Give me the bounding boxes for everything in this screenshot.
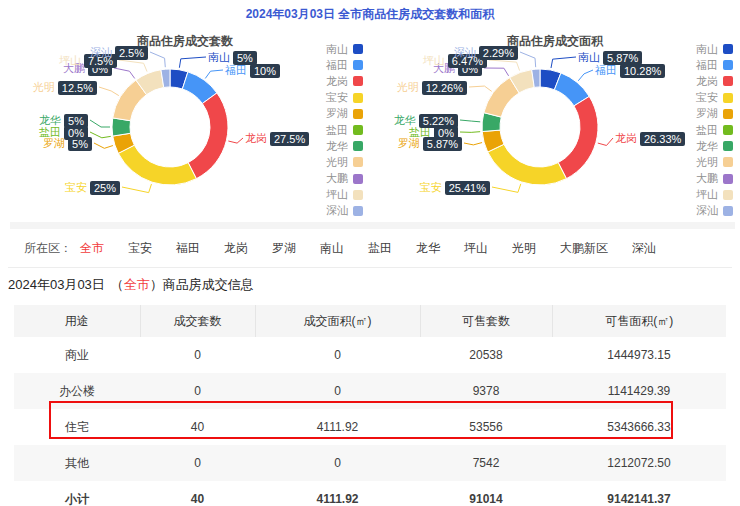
table-cell: 1212072.50 — [552, 445, 726, 481]
label-callout-line — [460, 132, 480, 133]
legend-label: 南山 — [326, 42, 348, 57]
slice-label-龙华: 龙华5% — [39, 113, 88, 128]
filter-option-宝安[interactable]: 宝安 — [128, 241, 152, 255]
legend-item-龙岗[interactable]: 龙岗 — [326, 73, 363, 89]
table-cell: 0 — [140, 445, 255, 481]
slice-label-name: 坪山 — [59, 53, 81, 68]
slice-label-name: 龙华 — [39, 113, 61, 128]
legend-item-宝安[interactable]: 宝安 — [696, 90, 733, 106]
label-callout-line — [520, 52, 536, 67]
legend-item-龙华[interactable]: 龙华 — [326, 138, 363, 154]
slice-label-value: 5% — [64, 114, 88, 128]
legend-swatch — [353, 141, 363, 151]
donut-slice-宝安 — [118, 145, 196, 185]
filter-option-龙华[interactable]: 龙华 — [416, 241, 440, 255]
legend-item-龙华[interactable]: 龙华 — [696, 138, 733, 154]
table-cell: 20538 — [420, 337, 552, 373]
filter-option-福田[interactable]: 福田 — [176, 241, 200, 255]
slice-label-福田: 福田10% — [225, 63, 280, 78]
legend-item-罗湖[interactable]: 罗湖 — [696, 106, 733, 122]
table-cell: 商业 — [14, 337, 140, 373]
filter-option-罗湖[interactable]: 罗湖 — [272, 241, 296, 255]
legend-label: 福田 — [696, 58, 718, 73]
legend-item-福田[interactable]: 福田 — [696, 57, 733, 73]
legend-item-深汕[interactable]: 深汕 — [326, 203, 363, 219]
slice-label-value: 2.5% — [115, 46, 148, 60]
slice-label-深汕: 深汕2.5% — [90, 45, 148, 60]
legend-item-深汕[interactable]: 深汕 — [696, 203, 733, 219]
transactions-table: 用途成交套数成交面积(㎡)可售套数可售面积(㎡)商业00205381444973… — [14, 305, 726, 506]
legend-item-大鹏[interactable]: 大鹏 — [696, 171, 733, 187]
filter-option-全市[interactable]: 全市 — [80, 241, 104, 255]
label-callout-line — [469, 86, 492, 91]
column-header: 可售面积(㎡) — [552, 305, 726, 337]
legend-label: 坪山 — [696, 187, 718, 202]
chart-legend: 南山福田龙岗宝安罗湖盐田龙华光明大鹏坪山深汕 — [696, 41, 733, 219]
slice-label-value: 27.5% — [270, 132, 309, 146]
legend-item-盐田[interactable]: 盐田 — [696, 122, 733, 138]
donut-slice-龙岗 — [188, 93, 228, 179]
slice-label-宝安: 宝安25.41% — [420, 180, 490, 195]
label-callout-line — [90, 120, 110, 127]
legend-swatch — [353, 60, 363, 70]
legend-item-大鹏[interactable]: 大鹏 — [326, 171, 363, 187]
filter-option-坪山[interactable]: 坪山 — [464, 241, 488, 255]
legend-item-宝安[interactable]: 宝安 — [326, 90, 363, 106]
slice-label-name: 光明 — [397, 80, 419, 95]
legend-label: 盐田 — [326, 123, 348, 138]
table-cell: 40 — [140, 409, 255, 445]
filter-option-南山[interactable]: 南山 — [320, 241, 344, 255]
legend-item-坪山[interactable]: 坪山 — [326, 187, 363, 203]
legend-item-南山[interactable]: 南山 — [326, 41, 363, 57]
chart-transaction-units: 商品住房成交套数南山5%福田10%龙岗27.5%宝安25%罗湖5%盐田0%龙华5… — [0, 0, 370, 222]
legend-swatch — [353, 125, 363, 135]
column-header: 成交面积(㎡) — [255, 305, 420, 337]
table-cell: 7542 — [420, 445, 552, 481]
label-callout-line — [551, 57, 576, 68]
legend-item-南山[interactable]: 南山 — [696, 41, 733, 57]
table-cell: 4111.92 — [255, 481, 420, 506]
legend-swatch — [723, 44, 733, 54]
legend-item-光明[interactable]: 光明 — [696, 154, 733, 170]
section-divider — [10, 222, 735, 229]
legend-swatch — [723, 174, 733, 184]
legend-item-福田[interactable]: 福田 — [326, 57, 363, 73]
table-row-商业: 商业00205381444973.15 — [14, 337, 726, 373]
table-cell: 0 — [140, 337, 255, 373]
paren-open: （ — [111, 277, 124, 292]
label-callout-line — [598, 138, 613, 145]
filter-option-深汕[interactable]: 深汕 — [632, 241, 656, 255]
slice-label-name: 深汕 — [454, 45, 476, 60]
table-cell: 0 — [255, 445, 420, 481]
label-callout-line — [205, 70, 223, 78]
slice-label-龙华: 龙华5.22% — [394, 113, 458, 128]
legend-label: 罗湖 — [326, 106, 348, 121]
label-callout-line — [150, 52, 165, 67]
legend-item-盐田[interactable]: 盐田 — [326, 122, 363, 138]
filter-option-龙岗[interactable]: 龙岗 — [224, 241, 248, 255]
legend-item-光明[interactable]: 光明 — [326, 154, 363, 170]
table-cell: 1444973.15 — [552, 337, 726, 373]
slice-label-value: 10.28% — [620, 64, 665, 78]
slice-label-name: 福田 — [595, 63, 617, 78]
table-row-住宅: 住宅404111.92535565343666.33 — [14, 409, 726, 445]
table-cell: 0 — [255, 337, 420, 373]
legend-label: 盐田 — [696, 123, 718, 138]
legend-item-坪山[interactable]: 坪山 — [696, 187, 733, 203]
table-row-其他: 其他0075421212072.50 — [14, 445, 726, 481]
legend-swatch — [723, 125, 733, 135]
legend-item-罗湖[interactable]: 罗湖 — [326, 106, 363, 122]
legend-item-龙岗[interactable]: 龙岗 — [696, 73, 733, 89]
section-title: 2024年03月03日（全市）商品房成交信息 — [8, 276, 254, 294]
filter-option-盐田[interactable]: 盐田 — [368, 241, 392, 255]
filter-options: 全市宝安福田龙岗罗湖南山盐田龙华坪山光明大鹏新区深汕 — [80, 240, 680, 257]
legend-label: 宝安 — [326, 90, 348, 105]
slice-label-龙岗: 龙岗27.5% — [245, 131, 309, 146]
slice-label-value: 25% — [90, 181, 120, 195]
label-callout-line — [578, 70, 593, 81]
filter-option-大鹏新区[interactable]: 大鹏新区 — [560, 241, 608, 255]
legend-label: 龙华 — [326, 139, 348, 154]
table-cell: 小计 — [14, 481, 140, 506]
filter-option-光明[interactable]: 光明 — [512, 241, 536, 255]
slice-label-name: 龙岗 — [615, 131, 637, 146]
